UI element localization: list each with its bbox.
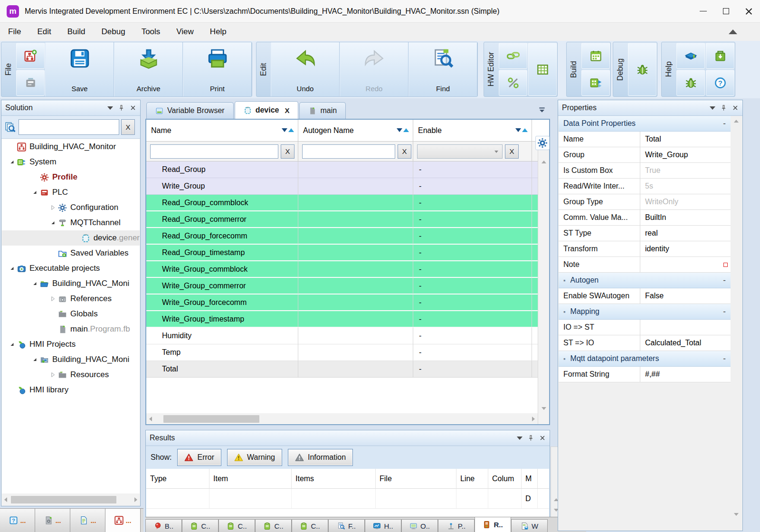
bottom-tab-history[interactable]: H.. — [365, 519, 401, 532]
scrollbar-thumb[interactable] — [11, 496, 116, 504]
table-row-total[interactable]: Total- — [146, 361, 549, 378]
autogen-name-filter-input[interactable] — [302, 144, 395, 159]
collapse-arrow-icon[interactable] — [29, 356, 40, 363]
tab-main[interactable]: main — [299, 102, 346, 119]
tree-item-plc[interactable]: PLC — [2, 185, 140, 200]
table-vertical-scrollbar[interactable] — [538, 142, 549, 424]
table-row-write-group-commblock[interactable]: Write_Group_commblock- — [146, 261, 549, 278]
tree-item-hmi-library[interactable]: HMI library — [2, 382, 140, 398]
bottom-tab-doc-save[interactable]: W — [511, 519, 548, 532]
tree-item-building-hvac-monitor[interactable]: Building_HVAC_Monitor — [2, 139, 140, 154]
name-filter-clear-button[interactable]: X — [281, 144, 294, 159]
collapse-section-icon[interactable]: - — [723, 307, 726, 316]
side-tab-solution[interactable]: ... — [105, 509, 141, 532]
property-row-is-custom-box[interactable]: Is Custom BoxTrue — [559, 163, 731, 179]
table-row-write-group-timestamp[interactable]: Write_Group_timestamp- — [146, 311, 549, 328]
solution-gray-button[interactable] — [16, 70, 45, 96]
property-row-io-st[interactable]: IO => ST — [559, 320, 731, 335]
enable-filter-clear-button[interactable]: X — [505, 144, 519, 159]
table-row-read-group-forcecomm[interactable]: Read_Group_forcecomm- — [146, 228, 549, 245]
collapse-arrow-icon[interactable] — [29, 280, 40, 287]
bottom-tab-clipboard[interactable]: C.. — [292, 519, 328, 532]
results-column-colum[interactable]: Colum — [488, 469, 522, 488]
close-icon[interactable] — [539, 435, 546, 441]
results-column-line[interactable]: Line — [456, 469, 488, 488]
table-grid-button[interactable] — [528, 43, 557, 96]
name-filter-input[interactable] — [150, 144, 278, 159]
sort-desc-icon[interactable] — [282, 128, 287, 132]
filter-warning-button[interactable]: Warning — [227, 449, 282, 466]
question-button[interactable]: ? — [706, 70, 734, 96]
close-icon[interactable] — [130, 104, 136, 111]
new-solution-button[interactable] — [16, 43, 45, 69]
table-row-read-group-commerror[interactable]: Read_Group_commerror- — [146, 211, 549, 228]
pin-icon[interactable] — [720, 104, 727, 112]
column-header-autogen-name[interactable]: Autogen Name — [298, 120, 413, 141]
table-row-read-group-commblock[interactable]: Read_Group_commblock- — [146, 195, 549, 211]
column-header-enable[interactable]: Enable — [413, 120, 532, 141]
tree-item-hmi-projects[interactable]: HMI Projects — [2, 337, 140, 352]
property-row-transform[interactable]: Transformidentity — [559, 241, 731, 257]
find-button[interactable]: Find — [408, 42, 477, 96]
property-row-group[interactable]: GroupWrite_Group — [559, 147, 731, 163]
maximize-button[interactable] — [714, 0, 737, 22]
link-button[interactable] — [499, 43, 527, 69]
collapse-arrow-icon[interactable] — [7, 341, 17, 348]
chevron-down-icon[interactable] — [107, 106, 113, 110]
menu-help[interactable]: Help — [202, 23, 235, 41]
tree-item-building-hvac-moni[interactable]: Building_HVAC_Moni — [2, 352, 140, 367]
results-column-type[interactable]: Type — [146, 469, 209, 488]
expand-arrow-icon[interactable] — [48, 204, 58, 211]
scroll-up-icon[interactable] — [734, 120, 739, 123]
table-horizontal-scrollbar[interactable] — [146, 413, 538, 424]
tab-list-button[interactable] — [537, 105, 547, 115]
bottom-tab-breakpoint[interactable]: B.. — [145, 519, 182, 532]
menu-debug[interactable]: Debug — [94, 23, 133, 41]
results-column-m[interactable]: M — [522, 469, 538, 488]
property-row-group-type[interactable]: Group TypeWriteOnly — [559, 194, 731, 210]
property-row-enable-swautogen[interactable]: Enable SWAutogenFalse — [559, 288, 731, 304]
save-button[interactable]: Save — [45, 42, 114, 96]
sort-desc-icon[interactable] — [397, 128, 402, 132]
sort-asc-icon[interactable] — [403, 128, 409, 132]
bottom-tab-output[interactable]: O.. — [401, 519, 438, 532]
solution-horizontal-scrollbar[interactable] — [2, 494, 140, 505]
scroll-right-icon[interactable] — [532, 417, 535, 421]
percent-button[interactable] — [499, 70, 527, 96]
build-box-button[interactable] — [581, 70, 610, 96]
package-button[interactable] — [706, 43, 734, 69]
tree-item-system[interactable]: System — [2, 154, 140, 170]
solution-search-input[interactable] — [19, 119, 119, 135]
expand-arrow-icon[interactable] — [48, 295, 58, 303]
sort-asc-icon[interactable] — [288, 128, 294, 132]
autogen-name-filter-clear-button[interactable]: X — [398, 144, 411, 159]
undo-button[interactable]: Undo — [271, 42, 340, 96]
close-button[interactable] — [737, 0, 760, 22]
property-row-note[interactable]: Note — [559, 257, 731, 273]
property-row-format-string[interactable]: Format String#,## — [559, 367, 731, 382]
property-row-st-type[interactable]: ST Typereal — [559, 226, 731, 241]
bottom-tab-cabinet[interactable]: R.. — [475, 517, 511, 532]
menu-tools[interactable]: Tools — [133, 23, 169, 41]
table-row-write-group-forcecomm[interactable]: Write_Group_forcecomm- — [146, 294, 549, 311]
tree-item-executable-projects[interactable]: Executable projects — [2, 261, 140, 276]
results-column-items[interactable]: Items — [292, 469, 376, 488]
close-tab-icon[interactable]: X — [285, 106, 289, 114]
scroll-left-icon[interactable] — [4, 497, 7, 502]
tree-item-resources[interactable]: Resources — [2, 367, 140, 382]
tree-item-mqttchannel[interactable]: MQTTchannel — [2, 215, 140, 230]
redo-button[interactable]: Redo — [340, 42, 408, 96]
filter-error-button[interactable]: Error — [177, 449, 221, 466]
scroll-up-icon[interactable] — [542, 161, 546, 163]
bug-button[interactable] — [628, 43, 656, 96]
collapse-section-icon[interactable]: - — [723, 119, 726, 128]
tab-variable-browser[interactable]: Variable Browser — [146, 102, 234, 119]
column-header-name[interactable]: Name — [146, 120, 298, 141]
bottom-tab-clipboard[interactable]: C.. — [255, 519, 292, 532]
pin-icon[interactable] — [118, 104, 125, 112]
tree-item-saved-variables[interactable]: Saved Variables — [2, 246, 140, 261]
tree-item-building-hvac-moni[interactable]: Building_HVAC_Moni — [2, 276, 140, 291]
property-section-mqtt-datapoint-parameters[interactable]: ▪Mqtt datapoint parameters- — [559, 351, 731, 367]
chevron-down-icon[interactable] — [517, 437, 522, 440]
property-section-autogen[interactable]: ▪Autogen- — [559, 273, 731, 288]
